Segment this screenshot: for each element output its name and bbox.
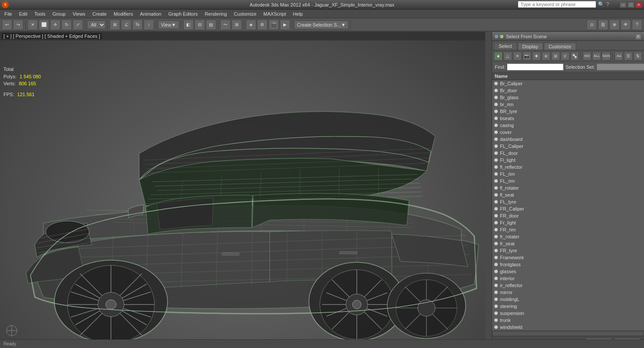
- render-setup[interactable]: ⚙: [257, 20, 268, 30]
- menu-rendering[interactable]: Rendering: [201, 10, 231, 18]
- list-item[interactable]: BR_tyre: [492, 108, 644, 115]
- angle-snap[interactable]: ∠: [121, 20, 131, 30]
- redo-button[interactable]: ↪: [13, 20, 23, 30]
- list-item[interactable]: mirror: [492, 289, 644, 296]
- list-item[interactable]: interior: [492, 275, 644, 282]
- list-item[interactable]: Fr_light: [492, 219, 644, 226]
- menu-maxscript[interactable]: MAXScript: [260, 10, 289, 18]
- scale-button[interactable]: ⤢: [73, 20, 83, 30]
- layer-button[interactable]: ▤: [206, 20, 216, 30]
- list-item[interactable]: fr_rotater: [492, 233, 644, 240]
- mirror-button[interactable]: ◧: [183, 20, 194, 30]
- sel-set-input[interactable]: [597, 64, 644, 70]
- list-item[interactable]: FR_Caliper: [492, 205, 644, 212]
- undo-button[interactable]: ↩: [2, 20, 12, 30]
- schematic[interactable]: ⊞: [231, 20, 242, 30]
- menu-edit[interactable]: Edit: [16, 10, 31, 18]
- tab-display[interactable]: Display: [518, 43, 543, 50]
- filter-shapes-btn[interactable]: △: [503, 52, 512, 60]
- list-item[interactable]: casing: [492, 122, 644, 129]
- curve-editor[interactable]: 〜: [220, 20, 231, 30]
- maximize-button[interactable]: □: [627, 2, 634, 8]
- select-obj-btn[interactable]: ⊙: [587, 20, 597, 30]
- list-item[interactable]: fl_seat: [492, 191, 644, 198]
- menu-tools[interactable]: Tools: [31, 10, 49, 18]
- list-item[interactable]: FR_tyre: [492, 247, 644, 254]
- spinner-snap[interactable]: ↕: [144, 20, 154, 30]
- menu-animation[interactable]: Animation: [137, 10, 165, 18]
- render-btn[interactable]: ▶: [280, 20, 290, 30]
- list-item[interactable]: frontglass: [492, 261, 644, 268]
- menu-file[interactable]: File: [1, 10, 16, 18]
- list-item[interactable]: ir_reflector: [492, 282, 644, 289]
- bind-btn[interactable]: ⊕: [609, 20, 620, 30]
- filter-cameras-btn[interactable]: 📷: [523, 52, 531, 60]
- tab-customize[interactable]: Customize: [544, 43, 576, 50]
- invert-btn[interactable]: INV: [583, 52, 591, 60]
- list-view-btn[interactable]: ☰: [624, 52, 633, 60]
- window-controls[interactable]: ─ □ ✕: [620, 2, 642, 8]
- link-btn[interactable]: ⛓: [598, 20, 608, 30]
- list-item[interactable]: cover: [492, 129, 644, 136]
- percent-snap[interactable]: %: [132, 20, 143, 30]
- list-item[interactable]: dashboard: [492, 136, 644, 143]
- tab-select[interactable]: Select: [494, 42, 517, 50]
- list-item[interactable]: fl_rotater: [492, 184, 644, 191]
- horizontal-scrollbar[interactable]: [492, 331, 644, 336]
- h-scroll-track[interactable]: [493, 331, 643, 336]
- filter-lights-btn[interactable]: ☀: [513, 52, 522, 60]
- list-item[interactable]: bseats: [492, 115, 644, 122]
- snap-toggle[interactable]: ⊞: [110, 20, 120, 30]
- move-button[interactable]: ✛: [50, 20, 60, 30]
- search-input[interactable]: [518, 1, 596, 8]
- list-item[interactable]: Br_Caliper: [492, 80, 644, 87]
- list-item[interactable]: Br_door: [492, 87, 644, 94]
- list-item[interactable]: fl_reflector: [492, 164, 644, 171]
- list-item[interactable]: Fl_light: [492, 157, 644, 164]
- align-button[interactable]: ⊟: [195, 20, 205, 30]
- list-item[interactable]: FL_tyre: [492, 198, 644, 205]
- filter-xrefs-btn[interactable]: X: [561, 52, 570, 60]
- list-item[interactable]: br_rim: [492, 101, 644, 108]
- case-btn[interactable]: Aa: [614, 52, 623, 60]
- render-frame[interactable]: 🎬: [268, 20, 279, 30]
- none-btn[interactable]: NON: [602, 52, 610, 60]
- list-item[interactable]: suspension: [492, 310, 644, 317]
- display-btn[interactable]: 👁: [621, 20, 631, 30]
- sort-btn[interactable]: ⇅: [634, 52, 642, 60]
- filter-groups-btn[interactable]: ⊞: [551, 52, 560, 60]
- menu-graph-editors[interactable]: Graph Editors: [165, 10, 201, 18]
- list-item[interactable]: FL_rim: [492, 177, 644, 184]
- list-item[interactable]: glasses: [492, 268, 644, 275]
- list-item[interactable]: FL_door: [492, 150, 644, 157]
- list-item[interactable]: moldingL: [492, 296, 644, 303]
- menu-modifiers[interactable]: Modifiers: [110, 10, 137, 18]
- list-item[interactable]: FR_rim: [492, 226, 644, 233]
- menu-help[interactable]: Help: [289, 10, 306, 18]
- object-list[interactable]: Br_CaliperBr_doorBr_glassbr_rimBR_tyrebs…: [492, 80, 644, 331]
- menu-group[interactable]: Group: [49, 10, 69, 18]
- create-selection-btn[interactable]: Create Selection S...▼: [294, 20, 349, 29]
- list-item[interactable]: FR_door: [492, 212, 644, 219]
- list-item[interactable]: FL_rim: [492, 171, 644, 177]
- menu-views[interactable]: Views: [69, 10, 89, 18]
- find-input[interactable]: [507, 64, 564, 70]
- close-button[interactable]: ✕: [635, 2, 642, 8]
- list-item[interactable]: trunk: [492, 317, 644, 324]
- filter-bones-btn[interactable]: 🦴: [570, 52, 579, 60]
- mat-editor[interactable]: ◈: [246, 20, 256, 30]
- filter-dropdown[interactable]: All: [87, 20, 106, 29]
- viewport[interactable]: Total Polys: 1 545 080 Verts: 806 165 FP…: [0, 32, 485, 348]
- filter-helpers-btn[interactable]: ✚: [532, 52, 541, 60]
- all-btn[interactable]: ALL: [592, 52, 601, 60]
- panel-close-button[interactable]: ✕: [635, 33, 641, 40]
- list-item[interactable]: fr_seat: [492, 240, 644, 247]
- list-item[interactable]: Framework: [492, 254, 644, 261]
- help2-btn[interactable]: ?: [632, 20, 642, 30]
- menu-create[interactable]: Create: [89, 10, 110, 18]
- select-region[interactable]: ⬜: [39, 20, 49, 30]
- rotate-button[interactable]: ↻: [61, 20, 72, 30]
- filter-spacewarps-btn[interactable]: ⊛: [542, 52, 550, 60]
- menu-customize[interactable]: Customize: [230, 10, 260, 18]
- list-item[interactable]: steering: [492, 303, 644, 310]
